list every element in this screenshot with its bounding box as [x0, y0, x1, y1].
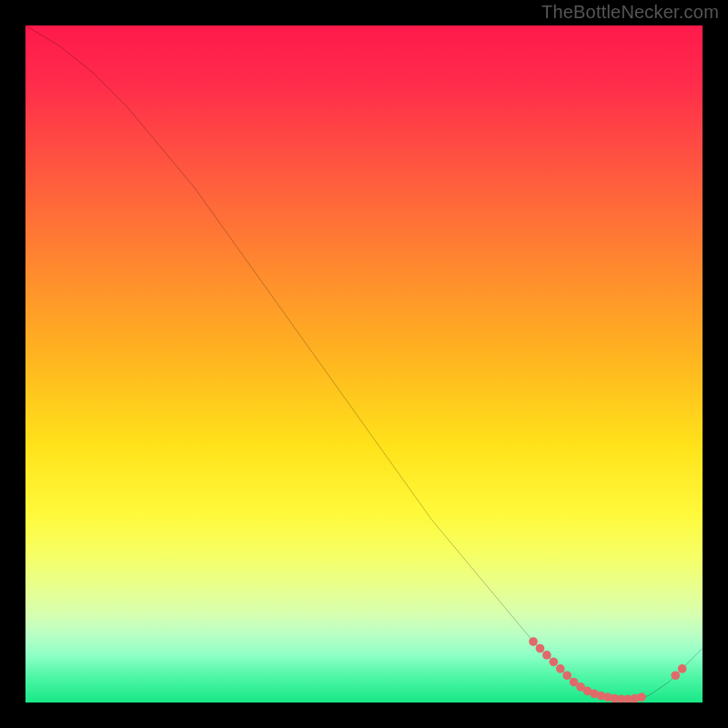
chart-frame: TheBottleNecker.com [0, 0, 728, 728]
highlight-dot [549, 658, 558, 667]
highlight-dot [562, 671, 571, 680]
highlight-dot [536, 644, 545, 653]
highlight-dot [637, 693, 646, 702]
highlight-dot [542, 651, 551, 660]
highlight-dot [678, 664, 687, 673]
watermark-text: TheBottleNecker.com [541, 2, 719, 23]
bottleneck-curve [25, 25, 703, 699]
plot-area [25, 25, 703, 703]
highlight-dot [671, 671, 680, 680]
highlight-dot [556, 664, 565, 673]
chart-svg [25, 25, 703, 703]
highlight-dot [529, 637, 538, 646]
optimal-range-dots [529, 637, 686, 703]
